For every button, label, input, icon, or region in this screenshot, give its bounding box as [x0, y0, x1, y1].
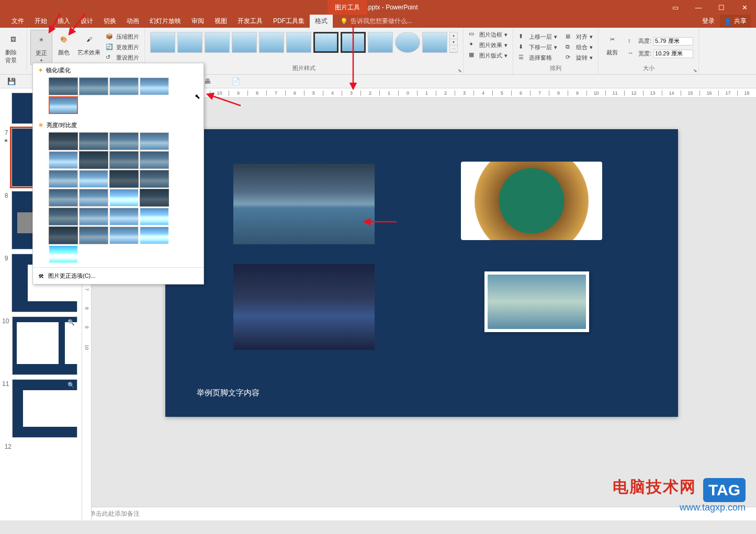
tab-home[interactable]: 开始	[29, 15, 52, 28]
style-thumb-2[interactable]	[177, 32, 202, 53]
tab-file[interactable]: 文件	[6, 15, 29, 28]
bc-thumb[interactable]	[49, 170, 78, 188]
bc-thumb[interactable]	[79, 132, 108, 150]
style-thumb-11[interactable]	[422, 32, 447, 53]
picture-layout-button[interactable]: ▦图片版式 ▾	[467, 51, 510, 60]
picture-border-button[interactable]: ▭图片边框 ▾	[467, 30, 510, 39]
style-thumb-9[interactable]	[368, 32, 393, 53]
maximize-icon[interactable]: ☐	[710, 0, 733, 15]
bc-thumb[interactable]	[49, 189, 78, 207]
slide-entry-12[interactable]: 12	[0, 440, 82, 452]
bc-thumb[interactable]	[109, 208, 139, 225]
styles-launcher-icon[interactable]: ⬊	[458, 68, 462, 73]
slide-thumb[interactable]: 🔍	[12, 379, 77, 438]
height-input[interactable]	[653, 37, 693, 46]
slide-entry-11[interactable]: 11 🔍	[0, 377, 82, 440]
bc-thumb[interactable]	[140, 151, 169, 169]
corrections-button[interactable]: ☀ 更正 ▾	[30, 30, 52, 65]
bc-thumb[interactable]	[140, 208, 169, 225]
style-thumb-6[interactable]	[286, 32, 311, 53]
style-thumb-1[interactable]	[150, 32, 175, 53]
minimize-icon[interactable]: —	[687, 0, 710, 15]
bc-thumb[interactable]	[79, 226, 108, 244]
bc-thumb[interactable]	[140, 132, 169, 150]
tab-review[interactable]: 审阅	[186, 15, 209, 28]
artistic-effects-button[interactable]: 🖌 艺术效果	[75, 30, 103, 65]
picture-effects-button[interactable]: ✦图片效果 ▾	[467, 40, 510, 50]
tab-view[interactable]: 视图	[209, 15, 232, 28]
bc-thumb[interactable]	[140, 189, 169, 207]
bc-thumb[interactable]	[109, 226, 139, 244]
group-button[interactable]: ⧉组合 ▾	[563, 43, 595, 52]
bc-thumb[interactable]	[79, 170, 108, 188]
bc-thumb[interactable]	[109, 132, 139, 150]
tab-developer[interactable]: 开发工具	[232, 15, 268, 28]
bring-forward-button[interactable]: ⬆上移一层 ▾	[516, 32, 559, 42]
context-tab-picture-tools[interactable]: 图片工具	[328, 0, 367, 15]
size-launcher-icon[interactable]: ⬊	[693, 68, 697, 73]
bc-thumb[interactable]	[79, 208, 108, 225]
save-icon[interactable]: 💾	[7, 77, 16, 85]
bc-thumb[interactable]	[49, 245, 78, 263]
style-thumb-5[interactable]	[259, 32, 284, 53]
selection-pane-button[interactable]: ☰选择窗格	[516, 53, 559, 63]
slide-image-cityscape[interactable]	[233, 264, 375, 350]
bc-thumb[interactable]	[79, 189, 108, 207]
compress-picture-button[interactable]: 📦压缩图片	[104, 32, 141, 42]
print-preview-icon[interactable]: 📄	[232, 77, 240, 85]
tab-insert[interactable]: 插入	[52, 15, 75, 28]
bc-thumb[interactable]	[49, 208, 78, 225]
close-icon[interactable]: ✕	[733, 0, 756, 15]
crop-button[interactable]: ✂ 裁剪	[602, 30, 623, 65]
style-thumb-7[interactable]	[313, 32, 338, 53]
sharpen-thumb-3[interactable]	[109, 77, 139, 95]
style-thumb-4[interactable]	[232, 32, 257, 53]
reset-picture-button[interactable]: ↺重设图片	[104, 53, 141, 63]
align-button[interactable]: ⊞对齐 ▾	[563, 32, 595, 42]
tab-slideshow[interactable]: 幻灯片放映	[144, 15, 186, 28]
share-button[interactable]: 👤共享	[720, 15, 751, 28]
slide-image-mountain[interactable]	[233, 164, 375, 244]
sharpen-thumb-1[interactable]	[49, 77, 78, 95]
gallery-more-button[interactable]: ▴▾⋯	[449, 32, 458, 53]
bc-thumb[interactable]	[79, 151, 108, 169]
bc-thumb[interactable]	[49, 132, 78, 150]
slide-entry-10[interactable]: 10 🔍	[0, 314, 82, 377]
width-input[interactable]	[653, 50, 693, 58]
tab-pdf[interactable]: PDF工具集	[268, 15, 310, 28]
bc-thumb[interactable]	[109, 189, 139, 207]
quick-print-icon[interactable]: 🖶	[204, 77, 211, 85]
tab-format[interactable]: 格式	[310, 15, 333, 28]
tab-design[interactable]: 设计	[75, 15, 98, 28]
slide-image-chalkboard[interactable]	[461, 162, 602, 240]
login-link[interactable]: 登录	[702, 17, 715, 26]
style-thumb-10[interactable]	[395, 32, 420, 53]
style-thumb-8[interactable]	[341, 32, 366, 53]
bc-thumb[interactable]	[49, 226, 78, 244]
remove-background-button[interactable]: 🖼 删除背景	[3, 30, 24, 65]
slide-thumb[interactable]: 🔍	[12, 316, 77, 375]
ribbon-display-options-icon[interactable]: ▭	[664, 0, 687, 15]
color-button[interactable]: 🎨 颜色	[53, 30, 74, 65]
bc-thumb[interactable]	[140, 226, 169, 244]
rotate-button[interactable]: ⟳旋转 ▾	[563, 53, 595, 63]
picture-corrections-options[interactable]: 🛠 图片更正选项(C)...	[33, 267, 204, 284]
sharpen-thumb-4[interactable]	[140, 77, 169, 95]
group-label-arrange: 排列	[513, 64, 598, 72]
send-backward-button[interactable]: ⬇下移一层 ▾	[516, 43, 559, 52]
tab-animation[interactable]: 动画	[121, 15, 144, 28]
tab-transition[interactable]: 切换	[98, 15, 121, 28]
slide-canvas[interactable]: 举例页脚文字内容	[165, 129, 678, 417]
style-thumb-3[interactable]	[205, 32, 230, 53]
sharpen-thumb-2[interactable]	[79, 77, 108, 95]
bc-thumb[interactable]	[49, 151, 78, 169]
slide-image-lake[interactable]	[484, 271, 589, 332]
watermark-url: www.tagxp.com	[680, 502, 746, 513]
tell-me[interactable]: 💡 告诉我您想要做什么...	[340, 17, 412, 26]
change-picture-button[interactable]: 🔄更改图片	[104, 43, 141, 52]
bc-thumb[interactable]	[140, 170, 169, 188]
bc-thumb[interactable]	[109, 170, 139, 188]
bc-thumb[interactable]	[109, 151, 139, 169]
picture-styles-gallery[interactable]: ▴▾⋯	[148, 30, 460, 55]
sharpen-thumb-5[interactable]	[49, 96, 78, 114]
